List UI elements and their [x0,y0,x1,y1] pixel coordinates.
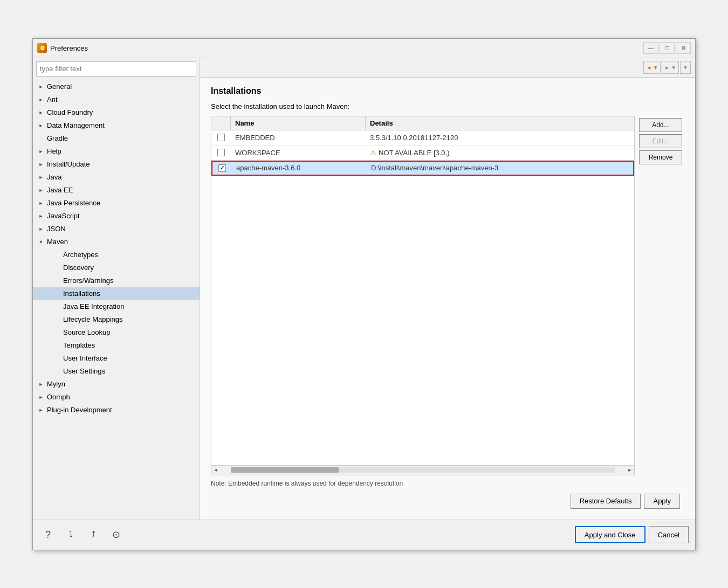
checkbox-workspace[interactable] [217,149,225,156]
edit-button[interactable]: Edit... [639,134,682,148]
sidebar-item-lifecycle-mappings[interactable]: Lifecycle Mappings [33,313,200,326]
back-dropdown-icon: ▼ [653,65,658,71]
import-button[interactable]: ⤴ [85,526,102,543]
restore-defaults-button[interactable]: Restore Defaults [571,494,641,509]
forward-button[interactable]: ► ▼ [662,61,679,74]
tree-arrow-user-interface [53,355,61,362]
tree-arrow-lifecycle-mappings [53,316,61,323]
help-button[interactable]: ? [39,526,57,543]
scroll-left-arrow-icon[interactable]: ◄ [211,467,220,473]
table-section: Name Details EMBEDDED 3.5.3/1.10 [211,116,684,475]
tree-arrow-cloud-foundry [37,109,45,116]
menu-dropdown-button[interactable]: ▼ [680,61,691,74]
scroll-thumb[interactable] [231,467,339,473]
sidebar-item-data-management[interactable]: Data Management [33,119,200,132]
sidebar-item-plugin-development[interactable]: Plug-in Development [33,404,200,417]
sidebar-item-installations[interactable]: Installations [33,287,200,300]
horizontal-scrollbar[interactable]: ◄ ► [211,465,634,475]
side-buttons: Add... Edit... Remove [637,116,684,167]
sidebar-item-discovery[interactable]: Discovery [33,261,200,274]
sidebar-label-ant: Ant [47,95,58,103]
main-content: ◄ ▼ ► ▼ ▼ Installations Select the insta… [200,58,695,520]
apply-button[interactable]: Apply [644,494,680,509]
sidebar-item-cloud-foundry[interactable]: Cloud Foundry [33,106,200,119]
sidebar-label-oomph: Oomph [47,393,70,401]
sidebar-item-java-ee-integration[interactable]: Java EE Integration [33,300,200,313]
close-button[interactable]: ✕ [676,42,691,54]
sidebar-label-installations: Installations [63,289,100,298]
tree-arrow-archetypes [53,251,61,259]
row-name-workspace: WORKSPACE [231,149,366,157]
sidebar-label-java: Java [47,173,61,181]
sidebar-item-java[interactable]: Java [33,171,200,184]
row-name-embedded: EMBEDDED [231,134,366,142]
row-details-workspace: ⚠ NOT AVAILABLE [3.0,) [366,149,634,157]
content-toolbar: ◄ ▼ ► ▼ ▼ [200,58,695,78]
menu-dropdown-icon: ▼ [683,65,688,71]
window-title: Preferences [50,44,643,52]
tree-arrow-plugin-development [37,406,45,414]
sidebar-item-install-update[interactable]: Install/Update [33,158,200,171]
export-button[interactable]: ⤵ [62,526,79,543]
sidebar-item-javascript[interactable]: JavaScript [33,210,200,223]
scroll-right-arrow-icon[interactable]: ► [626,467,634,473]
sidebar-item-source-lookup[interactable]: Source Lookup [33,326,200,339]
checkbox-embedded[interactable] [217,134,225,141]
sidebar-item-maven[interactable]: Maven [33,236,200,248]
sidebar-item-java-persistence[interactable]: Java Persistence [33,197,200,210]
sidebar-label-user-settings: User Settings [63,367,105,375]
table-row[interactable]: WORKSPACE ⚠ NOT AVAILABLE [3.0,) [211,146,634,161]
record-button[interactable]: ⊙ [107,526,125,543]
checkbox-apache-maven[interactable] [218,164,226,172]
sidebar-item-archetypes[interactable]: Archetypes [33,248,200,261]
window-footer: ? ⤵ ⤴ ⊙ Apply and Close Cancel [33,520,695,550]
sidebar-label-javascript: JavaScript [47,212,80,220]
maximize-button[interactable]: □ [660,42,675,54]
sidebar-item-user-interface[interactable]: User Interface [33,352,200,365]
import-icon: ⤴ [91,530,95,539]
sidebar-item-help[interactable]: Help [33,145,200,158]
sidebar-tree: General Ant Cloud Foundry Data Managemen… [33,80,200,520]
tree-arrow-javascript [37,212,45,220]
table-row[interactable]: EMBEDDED 3.5.3/1.10.0.20181127-2120 [211,130,634,146]
sidebar-item-gradle[interactable]: Gradle [33,132,200,145]
tree-arrow-java-ee-integration [53,303,61,310]
sidebar-item-templates[interactable]: Templates [33,339,200,352]
sidebar-item-mylyn[interactable]: Mylyn [33,378,200,391]
tree-arrow-java-ee [37,186,45,194]
sidebar-item-general[interactable]: General [33,80,200,93]
row-checkbox-embedded[interactable] [211,134,231,141]
sidebar-label-java-ee: Java EE [47,186,73,194]
add-button[interactable]: Add... [639,118,682,132]
sidebar-item-java-ee[interactable]: Java EE [33,184,200,197]
back-button[interactable]: ◄ ▼ [643,61,661,74]
row-checkbox-workspace[interactable] [211,149,231,156]
sidebar-item-ant[interactable]: Ant [33,93,200,106]
sidebar-label-cloud-foundry: Cloud Foundry [47,108,93,116]
tree-arrow-installations [53,290,61,298]
page-title: Installations [211,86,684,96]
th-checkbox [211,116,231,130]
row-checkbox-apache-maven[interactable] [212,164,232,172]
sidebar-label-user-interface: User Interface [63,354,107,362]
th-details: Details [366,119,634,127]
sidebar-label-help: Help [47,147,61,155]
tree-arrow-mylyn [37,381,45,388]
sidebar-item-errors-warnings[interactable]: Errors/Warnings [33,274,200,287]
sidebar-label-source-lookup: Source Lookup [63,328,110,336]
table-row-selected[interactable]: apache-maven-3.6.0 D:\install\maven\mave… [211,161,634,176]
minimize-button[interactable]: — [643,42,658,54]
installations-table: Name Details EMBEDDED 3.5.3/1.10 [211,116,635,475]
sidebar-item-oomph[interactable]: Oomph [33,391,200,404]
sidebar-label-install-update: Install/Update [47,160,90,168]
sidebar-label-json: JSON [47,225,66,233]
sidebar-item-json[interactable]: JSON [33,223,200,236]
row-details-apache-maven: D:\install\maven\maven\apache-maven-3 [367,164,633,172]
cancel-button[interactable]: Cancel [649,526,689,543]
forward-arrow-icon: ► [664,65,670,71]
sidebar-label-mylyn: Mylyn [47,380,65,388]
search-input[interactable] [36,61,196,77]
apply-and-close-button[interactable]: Apply and Close [575,526,645,543]
remove-button[interactable]: Remove [639,150,682,164]
sidebar-item-user-settings[interactable]: User Settings [33,365,200,378]
